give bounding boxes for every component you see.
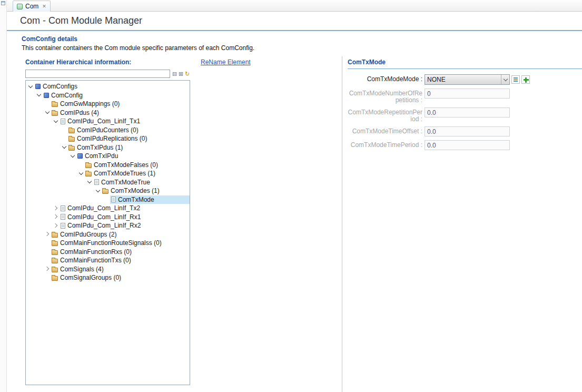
tree-node[interactable]: ComIPdu_Com_LinIf_Rx2 xyxy=(26,221,190,230)
editor-tab-bar: Com ✕ xyxy=(7,0,582,12)
value-list-button[interactable] xyxy=(511,75,520,84)
restore-view-icon[interactable] xyxy=(1,1,5,5)
tab-close-icon[interactable]: ✕ xyxy=(42,4,46,9)
chevron-right-icon[interactable] xyxy=(53,213,60,220)
tree-node-area[interactable]: ComTxIPdus (1) xyxy=(68,143,190,152)
tree-node-label: ComTxModes (1) xyxy=(111,187,160,194)
chevron-spacer xyxy=(44,257,51,264)
tree-node[interactable]: ComMainFunctionTxs (0) xyxy=(26,256,190,265)
tree-node[interactable]: ComTxModeTrues (1) xyxy=(26,169,190,178)
chevron-down-icon[interactable] xyxy=(27,83,34,90)
tree-node[interactable]: ComMainFunctionRouteSignalss (0) xyxy=(26,239,190,248)
tree-node-area[interactable]: ComIPdu_Com_LinIf_Tx2 xyxy=(60,204,190,213)
tree-node-label: ComGwMappings (0) xyxy=(60,100,120,107)
tree-node[interactable]: ComConfigs xyxy=(26,82,190,91)
chevron-down-icon[interactable] xyxy=(78,170,85,177)
tree-node[interactable]: ComTxMode xyxy=(26,195,190,204)
tree-node-area[interactable]: ComMainFunctionRouteSignalss (0) xyxy=(51,239,190,248)
mode-combo[interactable]: NONE xyxy=(425,74,510,85)
chevron-down-icon[interactable] xyxy=(44,109,51,116)
expand-all-icon[interactable]: ⊞ xyxy=(178,71,184,77)
tree-node-area[interactable]: ComTxModes (1) xyxy=(102,187,190,195)
tree-node-area[interactable]: ComIPdus (4) xyxy=(51,109,190,117)
chevron-down-icon[interactable] xyxy=(95,188,102,194)
app-window: Com ✕ Com - Com Module Manager ComConfig… xyxy=(0,0,582,392)
tree-node-area[interactable]: ComConfig xyxy=(43,91,190,100)
chevron-spacer xyxy=(103,196,110,203)
chevron-down-icon[interactable] xyxy=(61,144,68,151)
tree-node[interactable]: ComIPdu_Com_LinIf_Tx1 xyxy=(26,117,190,126)
chevron-spacer xyxy=(61,135,68,142)
tree-node[interactable]: ComIPduGroups (2) xyxy=(26,230,190,239)
detail-panel: ComTxMode ComTxModeMode :NONEComTxModeNu… xyxy=(342,56,582,392)
tree-node[interactable]: ComTxModeFalses (0) xyxy=(26,161,190,170)
chevron-down-icon[interactable] xyxy=(501,75,509,84)
field-input xyxy=(425,89,510,99)
tree-node-area[interactable]: ComMainFunctionTxs (0) xyxy=(51,256,190,265)
collapse-all-icon[interactable]: ⊟ xyxy=(172,71,177,77)
tree-node[interactable]: ComTxIPdus (1) xyxy=(26,143,190,152)
tree-node[interactable]: ComSignalGroups (0) xyxy=(26,273,190,282)
tree-node-area[interactable]: ComSignals (4) xyxy=(51,265,190,274)
hierarchy-panel: Container Hierarchical information: ⊟⊞↻ … xyxy=(25,56,190,392)
tree-node-area[interactable]: ComTxModeFalses (0) xyxy=(85,161,190,170)
section-title: ComConfig details xyxy=(22,35,582,43)
tree-node[interactable]: ComIPdu_Com_LinIf_Tx2 xyxy=(26,204,190,213)
tree-node-area[interactable]: ComIPduGroups (2) xyxy=(51,230,190,239)
tree-filter-input[interactable] xyxy=(25,70,170,78)
chevron-spacer xyxy=(44,101,51,107)
tree-node-area[interactable]: ComIPduReplications (0) xyxy=(68,134,190,143)
tree-node[interactable]: ComTxModeTrue xyxy=(26,178,190,187)
detail-panel-title: ComTxMode xyxy=(348,58,582,66)
tree-node-area[interactable]: ComSignalGroups (0) xyxy=(51,273,190,282)
chevron-spacer xyxy=(44,248,51,255)
tree-node-label: ComSignalGroups (0) xyxy=(60,274,121,281)
tree-node[interactable]: ComIPdu_Com_LinIf_Rx1 xyxy=(26,213,190,222)
chevron-down-icon[interactable] xyxy=(53,118,60,125)
chevron-right-icon[interactable] xyxy=(44,231,51,238)
chevron-right-icon[interactable] xyxy=(44,266,51,272)
chevron-down-icon[interactable] xyxy=(70,153,76,160)
chevron-down-icon[interactable] xyxy=(36,92,43,99)
tree-node[interactable]: ComTxIPdu xyxy=(26,152,190,161)
tree-node[interactable]: ComIPduReplications (0) xyxy=(26,134,190,143)
chevron-down-icon[interactable] xyxy=(86,179,93,185)
tree-node[interactable]: ComTxModes (1) xyxy=(26,187,190,195)
middle-column: ReName Element xyxy=(190,56,342,392)
tree-node-area[interactable]: ComTxModeTrues (1) xyxy=(85,169,190,178)
rename-element-link[interactable]: ReName Element xyxy=(201,58,251,66)
tree-node[interactable]: ComMainFunctionRxs (0) xyxy=(26,248,190,257)
hierarchy-tree[interactable]: ComConfigsComConfigComGwMappings (0)ComI… xyxy=(25,80,190,385)
tree-node[interactable]: ComSignals (4) xyxy=(26,265,190,274)
tree-node-label: ComTxModeFalses (0) xyxy=(94,161,158,169)
page-title: Com - Com Module Manager xyxy=(20,15,582,26)
folder-icon xyxy=(68,129,75,133)
tree-node-area[interactable]: ComIPdu_Com_LinIf_Rx1 xyxy=(60,213,190,222)
tree-node-label: ComMainFunctionRxs (0) xyxy=(60,248,132,256)
add-button[interactable] xyxy=(521,75,530,84)
tree-node-area[interactable]: ComIPdu_Com_LinIf_Tx1 xyxy=(60,117,190,126)
tree-node-label: ComIPdu_Com_LinIf_Rx1 xyxy=(67,213,141,221)
refresh-icon[interactable]: ↻ xyxy=(184,71,190,77)
tree-node-area[interactable]: ComTxIPdu xyxy=(76,152,190,161)
tree-node[interactable]: ComIPdus (4) xyxy=(26,109,190,117)
tree-node-area[interactable]: ComIPduCounters (0) xyxy=(68,126,190,135)
field-row: ComTxModeTimeOffset : xyxy=(348,126,582,136)
tree-node[interactable]: ComGwMappings (0) xyxy=(26,100,190,109)
tree-node-area[interactable]: ComTxModeTrue xyxy=(93,178,190,187)
tree-node-label: ComTxModeTrue xyxy=(101,179,150,186)
tree-node[interactable]: ComIPduCounters (0) xyxy=(26,126,190,135)
chevron-right-icon[interactable] xyxy=(53,222,60,229)
document-icon xyxy=(94,179,99,185)
tree-node-area[interactable]: ComConfigs xyxy=(34,82,190,91)
tree-node-selected-area[interactable]: ComTxMode xyxy=(110,195,190,204)
folder-icon xyxy=(85,163,92,168)
tree-node-area[interactable]: ComMainFunctionRxs (0) xyxy=(51,248,190,257)
chevron-right-icon[interactable] xyxy=(53,205,60,212)
tree-node-area[interactable]: ComIPdu_Com_LinIf_Rx2 xyxy=(60,221,190,230)
tree-node-area[interactable]: ComGwMappings (0) xyxy=(51,100,190,109)
document-icon xyxy=(111,197,116,202)
tree-node[interactable]: ComConfig xyxy=(26,91,190,100)
document-icon xyxy=(61,214,65,220)
tab-com[interactable]: Com ✕ xyxy=(13,1,51,12)
